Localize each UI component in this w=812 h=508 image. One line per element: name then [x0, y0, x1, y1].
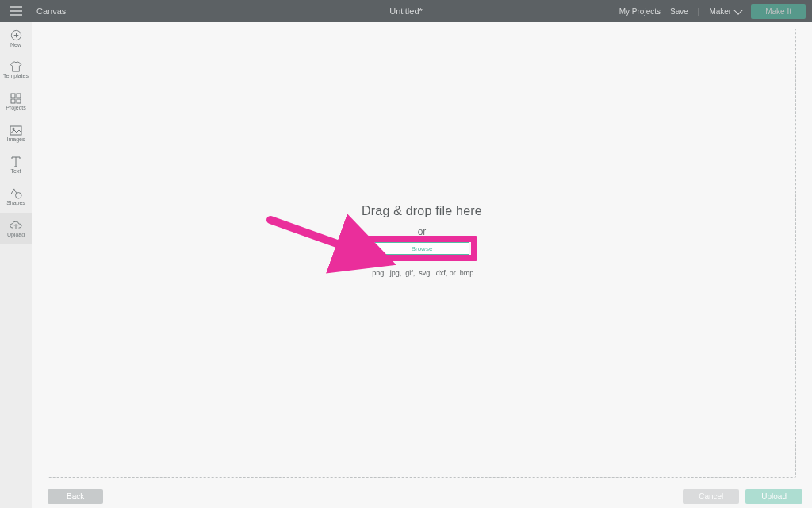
browse-button[interactable]: Browse [374, 242, 469, 255]
svg-rect-9 [17, 99, 21, 103]
sidebar-item-label: New [10, 42, 21, 48]
upload-icon [10, 221, 22, 231]
svg-point-13 [15, 193, 21, 198]
sidebar-item-label: Shapes [6, 200, 25, 206]
dropzone-heading: Drag & drop file here [362, 204, 482, 218]
footer-right: Cancel Upload [683, 489, 802, 504]
svg-rect-8 [11, 99, 15, 103]
machine-dropdown[interactable]: Maker [709, 7, 741, 16]
hamburger-icon [10, 6, 22, 16]
footer-bar: Back Cancel Upload [32, 484, 812, 508]
svg-point-11 [13, 128, 15, 130]
svg-rect-7 [17, 94, 21, 98]
sidebar-item-projects[interactable]: Projects [0, 86, 32, 117]
cancel-button[interactable]: Cancel [683, 489, 739, 504]
my-projects-link[interactable]: My Projects [619, 7, 661, 16]
sidebar-item-text[interactable]: Text [0, 149, 32, 181]
header-bar: Canvas Untitled* My Projects Save | Make… [0, 0, 812, 22]
sidebar-item-upload[interactable]: Upload [0, 213, 32, 244]
dropzone[interactable]: Drag & drop file here or Browse .png, .j… [48, 29, 796, 478]
svg-rect-6 [11, 94, 15, 98]
sidebar-item-label: Upload [7, 232, 25, 237]
dropzone-or: or [418, 226, 427, 237]
shapes-icon [10, 188, 22, 199]
sidebar-item-shapes[interactable]: Shapes [0, 181, 32, 213]
save-link[interactable]: Save [670, 7, 688, 16]
plus-circle-icon [10, 29, 22, 41]
dropzone-formats: .png, .jpg, .gif, .svg, .dxf, or .bmp [370, 269, 474, 277]
text-icon [10, 156, 21, 167]
browse-wrapper: Browse [374, 242, 469, 255]
menu-button[interactable] [0, 0, 32, 22]
sidebar-item-label: Templates [3, 73, 29, 79]
upload-stage: Drag & drop file here or Browse .png, .j… [32, 22, 812, 484]
header-right: My Projects Save | Maker Make It [619, 4, 806, 19]
make-it-button[interactable]: Make It [751, 4, 806, 19]
header-separator: | [698, 7, 700, 16]
grid-icon [10, 93, 21, 104]
tshirt-icon [10, 61, 22, 72]
svg-line-14 [270, 220, 381, 260]
sidebar-item-label: Text [11, 168, 21, 174]
back-button[interactable]: Back [48, 489, 103, 504]
sidebar-item-label: Projects [6, 105, 25, 110]
sidebar-item-label: Images [7, 137, 25, 142]
machine-label: Maker [709, 7, 731, 16]
sidebar: New Templates Projects Images Text Shape… [0, 22, 32, 508]
chevron-down-icon [734, 6, 743, 14]
document-title[interactable]: Untitled* [389, 6, 423, 16]
sidebar-item-new[interactable]: New [0, 22, 32, 54]
sidebar-item-images[interactable]: Images [0, 117, 32, 149]
image-icon [10, 125, 22, 136]
app-title: Canvas [36, 6, 66, 16]
sidebar-item-templates[interactable]: Templates [0, 54, 32, 86]
upload-button[interactable]: Upload [745, 489, 802, 504]
